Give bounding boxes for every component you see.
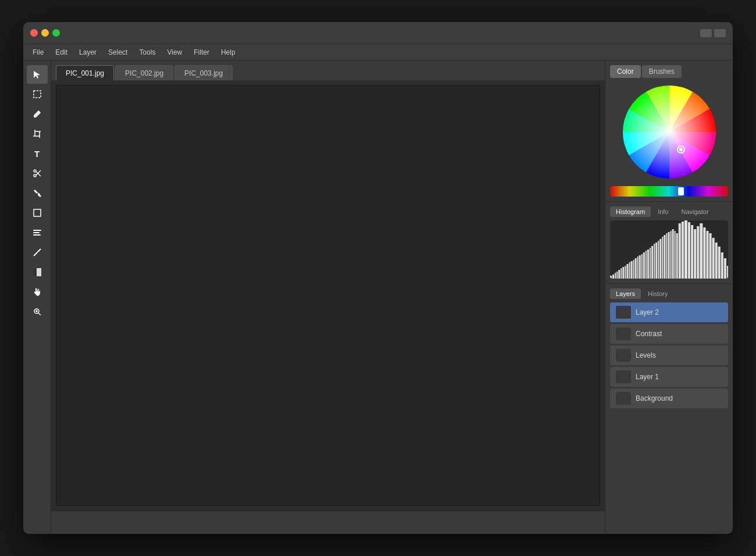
histogram-display: [610, 220, 728, 279]
svg-rect-14: [33, 232, 40, 233]
svg-rect-70: [709, 233, 712, 279]
select-tool-btn[interactable]: [27, 65, 48, 84]
right-panel: Color Brushes: [605, 60, 733, 534]
tabs-bar: PIC_001.jpg PIC_002.jpg PIC_003.jpg: [51, 60, 605, 80]
line-tool-btn[interactable]: [27, 243, 48, 262]
center-area: PIC_001.jpg PIC_002.jpg PIC_003.jpg: [51, 60, 605, 534]
menu-help[interactable]: Help: [216, 47, 240, 58]
svg-rect-49: [655, 243, 657, 279]
menu-view[interactable]: View: [162, 47, 187, 58]
svg-rect-59: [676, 233, 678, 279]
svg-rect-46: [650, 248, 651, 279]
zoom-tool-btn[interactable]: [27, 302, 48, 321]
layers-tabs: Layers History: [610, 288, 728, 299]
layer-item-background[interactable]: Background: [610, 389, 728, 408]
crop-tool-btn[interactable]: [27, 124, 48, 143]
svg-rect-30: [616, 272, 618, 279]
close-button[interactable]: [30, 29, 38, 37]
svg-rect-37: [631, 261, 633, 279]
svg-rect-39: [635, 258, 637, 279]
tab-navigator[interactable]: Navigator: [675, 206, 714, 217]
menu-layer[interactable]: Layer: [74, 47, 101, 58]
svg-rect-71: [712, 238, 715, 279]
brush-tool-btn[interactable]: [27, 105, 48, 123]
maximize-button[interactable]: [52, 29, 60, 37]
svg-line-21: [38, 313, 41, 315]
tab-histogram[interactable]: Histogram: [610, 206, 651, 217]
svg-rect-34: [625, 266, 626, 279]
svg-rect-33: [622, 267, 624, 279]
fill-tool-btn[interactable]: [27, 184, 48, 202]
svg-rect-15: [33, 234, 41, 236]
svg-rect-56: [671, 231, 672, 279]
svg-point-7: [34, 170, 36, 172]
svg-rect-53: [664, 235, 665, 279]
layer-item-levels[interactable]: Levels: [610, 345, 728, 365]
svg-point-26: [679, 148, 683, 151]
tab-pic001[interactable]: PIC_001.jpg: [56, 65, 114, 80]
traffic-lights: [30, 29, 60, 37]
scissors-tool-btn[interactable]: [27, 164, 48, 183]
layer-thumb-layer1: [616, 370, 631, 383]
svg-rect-73: [718, 247, 721, 279]
shape-tool-btn[interactable]: [27, 204, 48, 222]
tab-color[interactable]: Color: [610, 65, 641, 78]
svg-rect-75: [724, 258, 726, 279]
svg-rect-66: [697, 226, 699, 279]
histogram-panel: Histogram Info Navigator: [605, 202, 733, 284]
layer-thumb-levels: [616, 349, 631, 362]
svg-line-16: [34, 249, 41, 256]
color-panel-tabs: Color Brushes: [610, 65, 728, 78]
svg-rect-62: [684, 220, 687, 279]
menu-tools[interactable]: Tools: [134, 47, 160, 58]
svg-rect-41: [639, 255, 641, 279]
svg-rect-27: [610, 276, 612, 279]
color-wheel[interactable]: [620, 83, 719, 181]
layer-item-layer2[interactable]: Layer 2: [610, 302, 728, 322]
svg-rect-69: [706, 231, 708, 279]
layer-thumb-contrast: [616, 327, 631, 340]
layer-item-contrast[interactable]: Contrast: [610, 324, 728, 344]
tab-pic003[interactable]: PIC_003.jpg: [174, 65, 233, 80]
marquee-tool-btn[interactable]: [27, 85, 48, 104]
app-window: File Edit Layer Select Tools View Filter…: [23, 22, 733, 534]
menu-bar: File Edit Layer Select Tools View Filter…: [23, 44, 733, 60]
canvas-content: [56, 85, 600, 506]
svg-rect-58: [675, 231, 676, 279]
window-btn-1[interactable]: [700, 29, 712, 37]
tab-info[interactable]: Info: [652, 206, 674, 217]
hue-slider[interactable]: [610, 186, 728, 197]
svg-rect-42: [641, 254, 643, 279]
smudge-tool-btn[interactable]: [27, 223, 48, 242]
svg-rect-13: [33, 230, 41, 231]
menu-filter[interactable]: Filter: [189, 47, 214, 58]
tab-brushes[interactable]: Brushes: [642, 65, 682, 78]
svg-rect-76: [727, 266, 728, 279]
svg-rect-65: [694, 229, 696, 279]
svg-rect-31: [618, 270, 620, 279]
hand-tool-btn[interactable]: [27, 283, 48, 301]
canvas-area[interactable]: [51, 80, 605, 511]
svg-marker-0: [34, 71, 40, 79]
tab-history[interactable]: History: [642, 288, 673, 299]
color-panel: Color Brushes: [605, 60, 733, 202]
main-layout: T: [23, 60, 733, 534]
histogram-tabs: Histogram Info Navigator: [610, 206, 728, 217]
menu-file[interactable]: File: [28, 47, 48, 58]
text-tool-btn[interactable]: T: [27, 144, 48, 163]
bottom-bar: [51, 511, 605, 534]
menu-select[interactable]: Select: [104, 47, 132, 58]
left-toolbar: T: [23, 60, 51, 534]
tab-pic002[interactable]: PIC_002.jpg: [115, 65, 173, 80]
menu-edit[interactable]: Edit: [51, 47, 72, 58]
svg-rect-63: [688, 222, 690, 279]
window-btn-2[interactable]: [714, 29, 726, 37]
svg-rect-38: [633, 260, 634, 279]
svg-rect-64: [691, 225, 693, 279]
svg-rect-19: [33, 268, 37, 276]
tab-layers[interactable]: Layers: [610, 288, 641, 299]
layer-item-layer1[interactable]: Layer 1: [610, 367, 728, 387]
adjust-tool-btn[interactable]: [27, 263, 48, 281]
svg-rect-55: [668, 232, 669, 279]
minimize-button[interactable]: [41, 29, 49, 37]
